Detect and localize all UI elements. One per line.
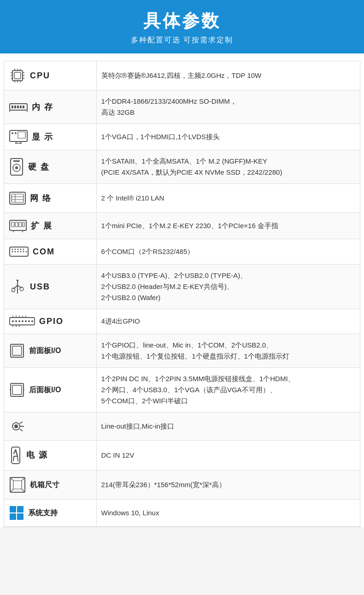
label-text-hdd: 硬 盘 [28, 160, 50, 174]
hdd-icon [9, 158, 24, 176]
label-cell-rear-panel: 后面板I/O [4, 367, 96, 412]
svg-rect-104 [10, 513, 16, 520]
table-row: 前面板I/O 1个GPIO口、line-out、Mic in、1个COM、2个U… [4, 334, 360, 367]
svg-point-46 [12, 251, 13, 253]
com-icon [9, 245, 29, 259]
svg-rect-80 [12, 346, 22, 355]
svg-line-99 [10, 489, 13, 492]
table-row: 扩 展 1个mini PCIe、1个M.2 E-KEY 2230、1个PCIe×… [4, 213, 360, 239]
table-row: 显 示 1个VGA口，1个HDMI口,1个LVDS接头 [4, 124, 360, 150]
spec-table-wrapper: CPU 英特尔®赛扬®J6412,四核，主频2.0GHz，TDP 10W [4, 61, 360, 527]
label-text-display: 显 示 [32, 130, 53, 144]
table-row: Line-out接口,Mic-in接口 [4, 412, 360, 440]
svg-rect-19 [23, 106, 24, 108]
svg-line-97 [10, 477, 13, 481]
value-cell-cpu: 英特尔®赛扬®J6412,四核，主频2.0GHz，TDP 10W [96, 61, 360, 90]
svg-point-54 [18, 249, 19, 250]
svg-point-52 [12, 249, 13, 250]
svg-rect-103 [17, 506, 23, 513]
value-cell-expand: 1个mini PCIe、1个M.2 E-KEY 2230、1个PCIe×16 金… [96, 213, 360, 239]
svg-point-68 [25, 320, 27, 322]
ram-icon [9, 100, 28, 114]
svg-line-58 [13, 285, 18, 289]
svg-rect-39 [12, 222, 14, 227]
value-cell-hdd: 1个SATAIII、1个全高MSATA、1个 M.2 (NGFF)M-KEY(P… [96, 150, 360, 184]
header: 具体参数 多种配置可选 可按需求定制 [0, 0, 364, 53]
value-cell-rear-panel: 1个2PIN DC IN、1个2PIN 3.5MM电源按钮接线盒、1个HDMI、… [96, 367, 360, 412]
svg-point-65 [15, 320, 17, 322]
gpio-icon [9, 315, 35, 328]
label-text-power: 电 源 [26, 448, 48, 462]
svg-rect-34 [12, 194, 23, 202]
audio-icon [9, 418, 27, 435]
page-title: 具体参数 [0, 9, 364, 33]
label-text-front-panel: 前面板I/O [29, 345, 61, 357]
value-cell-os: Windows 10, Linux [96, 499, 360, 526]
label-text-chassis: 机箱尺寸 [30, 479, 59, 491]
label-text-com: COM [33, 245, 55, 259]
label-cell-audio [4, 412, 96, 440]
page-wrapper: 具体参数 多种配置可选 可按需求定制 [0, 0, 364, 527]
table-row: 机箱尺寸 214(带耳朵236）*156*52mm(宽*深*高） [4, 470, 360, 499]
svg-marker-62 [16, 280, 19, 282]
svg-point-53 [15, 249, 16, 250]
label-cell-os: 系统支持 [4, 499, 96, 526]
svg-rect-41 [19, 222, 22, 227]
svg-rect-15 [12, 106, 13, 108]
value-cell-display: 1个VGA口，1个HDMI口,1个LVDS接头 [96, 124, 360, 150]
svg-rect-82 [12, 385, 22, 395]
label-cell-cpu: CPU [4, 61, 96, 90]
label-cell-chassis: 机箱尺寸 [4, 470, 96, 499]
value-cell-audio: Line-out接口,Mic-in接口 [96, 412, 360, 440]
value-cell-usb: 4个USB3.0 (TYPE-A)、2个USB2.0 (TYPE-A)、2个US… [96, 265, 360, 309]
table-row: CPU 英特尔®赛扬®J6412,四核，主频2.0GHz，TDP 10W [4, 61, 360, 90]
svg-rect-32 [13, 160, 20, 162]
label-cell-usb: USB [4, 265, 96, 309]
svg-line-87 [20, 422, 23, 424]
display-icon [9, 130, 28, 144]
table-row: 网 络 2 个 Intel® i210 LAN [4, 184, 360, 213]
svg-rect-22 [10, 130, 27, 141]
page-subtitle: 多种配置可选 可按需求定制 [0, 35, 364, 45]
svg-point-64 [12, 320, 14, 322]
svg-point-66 [18, 320, 20, 322]
svg-line-89 [20, 429, 23, 431]
label-text-rear-panel: 后面板I/O [29, 384, 61, 396]
svg-point-86 [14, 424, 18, 428]
label-cell-display: 显 示 [4, 124, 96, 150]
svg-rect-102 [10, 506, 16, 513]
svg-line-98 [22, 477, 25, 481]
svg-point-23 [12, 132, 13, 134]
spec-table: CPU 英特尔®赛扬®J6412,四核，主频2.0GHz，TDP 10W [4, 61, 360, 527]
table-row: 内 存 1个DDR4-1866/2133/2400MHz SO-DIMM，高达 … [4, 90, 360, 124]
usb-icon [9, 278, 26, 295]
table-row: COM 6个COM口（2个RS232/485） [4, 239, 360, 265]
chassis-icon [9, 476, 26, 494]
svg-point-31 [15, 166, 18, 169]
svg-line-92 [16, 450, 18, 456]
expand-icon [9, 218, 27, 233]
value-cell-power: DC IN 12V [96, 440, 360, 470]
table-row: GPIO 4进4出GPIO [4, 309, 360, 334]
value-cell-com: 6个COM口（2个RS232/485） [96, 239, 360, 265]
label-cell-com: COM [4, 239, 96, 265]
label-cell-expand: 扩 展 [4, 213, 96, 239]
label-cell-gpio: GPIO [4, 309, 96, 334]
svg-point-51 [26, 251, 27, 253]
svg-line-94 [13, 456, 14, 461]
svg-line-95 [18, 456, 18, 461]
svg-point-56 [23, 249, 24, 250]
label-text-os: 系统支持 [28, 507, 58, 519]
svg-point-24 [15, 132, 17, 134]
svg-rect-105 [17, 513, 23, 520]
svg-line-59 [18, 285, 22, 288]
table-row: 系统支持 Windows 10, Linux [4, 499, 360, 526]
front-panel-icon [9, 342, 25, 359]
svg-rect-42 [23, 222, 24, 227]
svg-point-50 [23, 251, 24, 253]
svg-point-47 [15, 251, 16, 253]
svg-point-69 [28, 320, 30, 322]
rear-panel-icon [9, 382, 25, 398]
label-text-usb: USB [30, 280, 50, 294]
value-cell-gpio: 4进4出GPIO [96, 309, 360, 334]
